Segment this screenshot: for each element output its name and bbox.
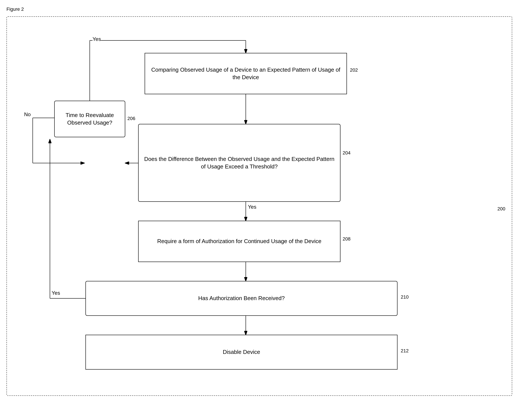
ref-204: 204 bbox=[343, 150, 351, 156]
arrow-label-yes-204: Yes bbox=[248, 204, 256, 210]
arrow-label-no-206: No bbox=[24, 111, 31, 117]
ref-212: 212 bbox=[401, 348, 409, 354]
box-212: Disable Device bbox=[85, 335, 398, 370]
ref-210: 210 bbox=[401, 294, 409, 300]
box-204: Does the Difference Between the Observed… bbox=[138, 124, 341, 202]
diagram-outer: 200 bbox=[6, 16, 512, 396]
arrow-label-yes-top: Yes bbox=[93, 36, 101, 42]
box-206: Time to Reevaluate Observed Usage? bbox=[54, 101, 125, 137]
figure-label: Figure 2 bbox=[6, 6, 526, 12]
box-208: Require a form of Authorization for Cont… bbox=[138, 221, 341, 262]
box-210: Has Authorization Been Received? bbox=[85, 281, 398, 316]
arrow-label-yes-210: Yes bbox=[52, 290, 60, 296]
box-202: Comparing Observed Usage of a Device to … bbox=[145, 53, 347, 94]
ref-208: 208 bbox=[343, 236, 351, 242]
ref-206: 206 bbox=[127, 116, 135, 121]
ref-202: 202 bbox=[350, 67, 358, 73]
